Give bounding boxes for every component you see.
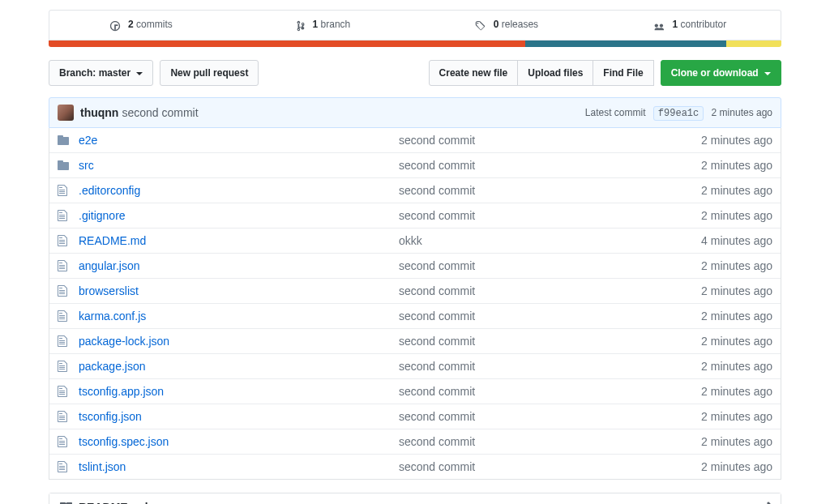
file-name-link[interactable]: tsconfig.json	[79, 410, 399, 423]
file-row: tsconfig.jsonsecond commit2 minutes ago	[49, 404, 781, 429]
file-icon	[58, 234, 71, 247]
branch-prefix: Branch:	[59, 67, 96, 79]
file-icon	[58, 209, 71, 222]
readme-header: README.md	[49, 493, 781, 504]
file-icon	[58, 284, 71, 297]
file-commit-message[interactable]: second commit	[399, 310, 701, 322]
upload-files-button[interactable]: Upload files	[517, 60, 593, 86]
file-row: README.mdokkk4 minutes ago	[49, 228, 781, 253]
branch-select-button[interactable]: Branch: master	[49, 60, 153, 86]
file-commit-message[interactable]: second commit	[399, 435, 701, 448]
file-commit-message[interactable]: second commit	[399, 259, 701, 272]
caret-down-icon	[764, 72, 771, 75]
releases-stat[interactable]: 0 releases	[415, 11, 598, 40]
file-commit-message[interactable]: second commit	[399, 460, 701, 473]
file-row: .gitignoresecond commit2 minutes ago	[49, 203, 781, 228]
file-commit-time: 2 minutes ago	[701, 360, 772, 373]
file-commit-message[interactable]: second commit	[399, 159, 701, 172]
file-actions-group: Create new file Upload files Find File	[429, 60, 654, 86]
repo-stats-bar: 2 commits 1 branch 0 releases 1 contribu…	[49, 10, 781, 41]
contributors-label: contributor	[681, 19, 727, 30]
file-name-link[interactable]: tslint.json	[79, 460, 399, 473]
file-name-link[interactable]: tsconfig.app.json	[79, 385, 399, 398]
file-name-link[interactable]: browserslist	[79, 284, 399, 297]
file-commit-time: 2 minutes ago	[701, 335, 772, 348]
commits-label: commits	[136, 19, 173, 30]
find-file-button[interactable]: Find File	[593, 60, 653, 86]
file-name-link[interactable]: tsconfig.spec.json	[79, 435, 399, 448]
file-commit-time: 2 minutes ago	[701, 259, 772, 272]
commit-time: 2 minutes ago	[712, 107, 772, 118]
folder-icon	[58, 134, 71, 147]
file-commit-message[interactable]: second commit	[399, 134, 701, 147]
file-row: tslint.jsonsecond commit2 minutes ago	[49, 454, 781, 479]
file-icon	[58, 259, 71, 272]
new-pull-request-button[interactable]: New pull request	[160, 60, 259, 86]
file-row: angular.jsonsecond commit2 minutes ago	[49, 253, 781, 278]
file-icon	[58, 360, 71, 373]
file-commit-time: 2 minutes ago	[701, 310, 772, 322]
contributors-stat[interactable]: 1 contributor	[598, 11, 781, 40]
file-commit-time: 2 minutes ago	[701, 159, 772, 172]
language-bar[interactable]	[49, 41, 781, 47]
branches-stat[interactable]: 1 branch	[233, 11, 416, 40]
file-commit-message[interactable]: second commit	[399, 385, 701, 398]
branch-icon	[297, 20, 305, 32]
file-commit-time: 2 minutes ago	[701, 435, 772, 448]
lang-segment-typescript	[525, 41, 727, 47]
branch-name: master	[99, 67, 130, 79]
file-commit-message[interactable]: second commit	[399, 184, 701, 197]
file-icon	[58, 184, 71, 197]
file-row: srcsecond commit2 minutes ago	[49, 152, 781, 177]
file-commit-message[interactable]: second commit	[399, 209, 701, 222]
file-row: browserslistsecond commit2 minutes ago	[49, 278, 781, 303]
file-toolbar: Branch: master New pull request Create n…	[49, 60, 781, 86]
create-file-button[interactable]: Create new file	[429, 60, 519, 86]
file-commit-message[interactable]: second commit	[399, 335, 701, 348]
tag-icon	[474, 20, 486, 32]
file-icon	[58, 410, 71, 423]
file-row: tsconfig.app.jsonsecond commit2 minutes …	[49, 378, 781, 404]
file-commit-time: 2 minutes ago	[701, 460, 772, 473]
file-name-link[interactable]: package.json	[79, 360, 399, 373]
file-row: package-lock.jsonsecond commit2 minutes …	[49, 328, 781, 353]
file-commit-time: 2 minutes ago	[701, 410, 772, 423]
file-commit-time: 2 minutes ago	[701, 134, 772, 147]
avatar[interactable]	[58, 105, 74, 121]
releases-label: releases	[502, 19, 538, 30]
file-name-link[interactable]: angular.json	[79, 259, 399, 272]
readme-box: README.md	[49, 493, 781, 504]
file-icon	[58, 385, 71, 398]
readme-filename: README.md	[79, 501, 148, 504]
book-icon	[59, 501, 72, 504]
file-name-link[interactable]: package-lock.json	[79, 335, 399, 348]
file-name-link[interactable]: karma.conf.js	[79, 310, 399, 322]
commit-message[interactable]: second commit	[122, 106, 198, 119]
commit-author[interactable]: thuqnn	[80, 106, 118, 119]
file-row: tsconfig.spec.jsonsecond commit2 minutes…	[49, 429, 781, 454]
file-name-link[interactable]: .editorconfig	[79, 184, 399, 197]
file-icon	[58, 310, 71, 322]
file-row: e2esecond commit2 minutes ago	[49, 128, 781, 152]
file-name-link[interactable]: e2e	[79, 134, 399, 147]
file-icon	[58, 335, 71, 348]
file-commit-message[interactable]: second commit	[399, 284, 701, 297]
edit-readme-button[interactable]	[759, 501, 771, 504]
file-name-link[interactable]: .gitignore	[79, 209, 399, 222]
file-commit-message[interactable]: second commit	[399, 410, 701, 423]
file-row: package.jsonsecond commit2 minutes ago	[49, 353, 781, 378]
file-name-link[interactable]: README.md	[79, 234, 399, 247]
lang-segment-javascript	[726, 41, 781, 47]
commit-sha[interactable]: f99ea1c	[653, 106, 704, 121]
file-icon	[58, 460, 71, 473]
branches-count: 1	[313, 19, 319, 30]
file-commit-time: 2 minutes ago	[701, 385, 772, 398]
lang-segment-html	[49, 41, 525, 47]
clone-download-button[interactable]: Clone or download	[661, 60, 781, 86]
releases-count: 0	[494, 19, 499, 30]
commits-stat[interactable]: 2 commits	[49, 11, 233, 40]
file-commit-message[interactable]: okkk	[399, 234, 701, 247]
file-commit-message[interactable]: second commit	[399, 360, 701, 373]
folder-icon	[58, 159, 71, 172]
file-name-link[interactable]: src	[79, 159, 399, 172]
